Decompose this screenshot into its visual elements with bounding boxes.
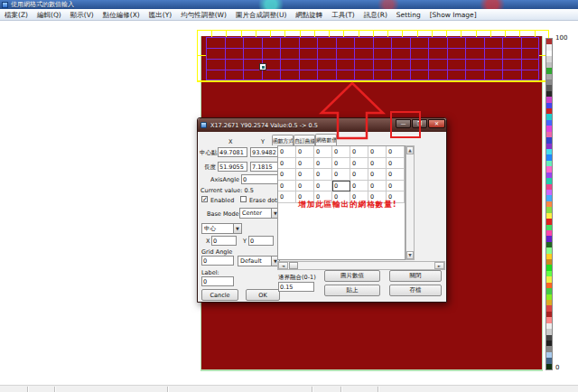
selected-grid-cell-marker[interactable] <box>259 63 266 70</box>
minimize-button[interactable]: — <box>396 119 411 128</box>
table-cell[interactable]: 0 <box>387 146 405 158</box>
table-cell[interactable]: 0 <box>332 146 350 158</box>
color-scale-bar <box>545 38 553 370</box>
menu-item-4[interactable]: 匯出(Y) <box>144 9 176 21</box>
table-cell[interactable]: 0 <box>314 169 332 181</box>
erase-dots-checkbox[interactable] <box>240 196 247 202</box>
table-cell[interactable]: 0 <box>368 146 387 158</box>
grid-angle-mode-select[interactable]: Default ▼ <box>238 256 280 266</box>
scrollbar-thumb[interactable] <box>289 262 298 269</box>
table-cell[interactable]: 0 <box>296 169 314 181</box>
palette-segment <box>546 364 552 369</box>
table-row: 0000000 <box>278 181 405 192</box>
current-value-text: Current value: 0.5 <box>200 187 254 194</box>
table-cell[interactable]: 0 <box>278 158 296 170</box>
table-cell[interactable]: 0 <box>332 158 350 170</box>
scroll-up-icon[interactable]: ▲ <box>406 146 414 154</box>
offset-y-label: Y <box>243 238 247 245</box>
offset-y-input[interactable] <box>248 236 274 246</box>
table-cell[interactable]: 0 <box>296 158 314 170</box>
statusbar-divider <box>27 387 28 392</box>
center-label: 中心點 <box>200 149 218 157</box>
grid-angle-mode-value: Default <box>240 257 262 265</box>
grid-angle-input[interactable] <box>201 256 234 266</box>
application-window: 使用網格式的數值輸入 檔案(Z)編輯(Q)顯示(V)點位編修(X)匯出(Y)均勻… <box>0 0 578 392</box>
menu-item-10[interactable]: Setting <box>392 9 425 21</box>
save-button[interactable]: 存檔 <box>389 285 442 296</box>
blend-input[interactable] <box>278 282 314 292</box>
close-dialog-button[interactable]: 關閉 <box>389 270 442 282</box>
axis-angle-input[interactable] <box>241 174 280 184</box>
table-cell[interactable]: 0 <box>350 169 368 181</box>
menu-item-11[interactable]: [Show Image] <box>425 9 481 21</box>
maximize-button[interactable]: ❐ <box>412 119 427 128</box>
menu-bar: 檔案(Z)編輯(Q)顯示(V)點位編修(X)匯出(Y)均勻性調整(W)圖片合成調… <box>0 9 578 21</box>
table-cell[interactable]: 0 <box>278 146 296 158</box>
table-cell[interactable]: 0 <box>278 169 296 181</box>
label-input[interactable] <box>201 276 234 286</box>
table-cell[interactable]: 0 <box>314 181 332 192</box>
table-vertical-scrollbar[interactable]: ▲ ▼ <box>406 145 415 260</box>
table-cell[interactable]: 0 <box>387 158 405 170</box>
center-x-input[interactable] <box>218 147 247 157</box>
table-cell[interactable]: 0 <box>368 158 387 170</box>
menu-item-7[interactable]: 網點旋轉 <box>291 9 327 21</box>
scroll-down-icon[interactable]: ▼ <box>406 251 414 259</box>
scroll-left-icon[interactable]: ◄ <box>278 262 288 269</box>
dialog-icon <box>200 122 207 128</box>
base-mode-select[interactable]: Center ▼ <box>239 208 280 219</box>
menu-item-8[interactable]: 工具(T) <box>327 9 359 21</box>
close-button[interactable]: ✕ <box>428 119 445 128</box>
enabled-checkbox[interactable]: ✓ <box>201 196 208 202</box>
anchor-value: 中心 <box>204 225 216 232</box>
paste-button[interactable]: 貼上 <box>324 285 380 296</box>
menu-item-5[interactable]: 均勻性調整(W) <box>176 9 231 21</box>
anchor-select[interactable]: 中心 ▼ <box>201 223 242 234</box>
table-cell[interactable]: 0 <box>296 146 314 158</box>
table-cell[interactable]: 0 <box>278 181 296 192</box>
table-cell[interactable]: 0 <box>296 181 314 192</box>
table-cell[interactable]: 0 <box>350 158 368 170</box>
center-y-input[interactable] <box>250 147 280 157</box>
offset-x-label: X <box>206 238 210 245</box>
table-cell[interactable]: 0 <box>368 181 387 192</box>
ok-button[interactable]: OK <box>246 289 280 301</box>
column-header-x: X <box>228 138 232 145</box>
table-cell[interactable]: 0 <box>387 169 405 181</box>
tab-1[interactable]: 自訂曲線 <box>294 135 315 145</box>
menu-item-2[interactable]: 顯示(V) <box>66 9 98 21</box>
table-cell-selected[interactable]: 0 <box>332 181 350 192</box>
chevron-down-icon[interactable]: ▼ <box>233 224 241 233</box>
length-x-input[interactable] <box>218 162 247 172</box>
purple-value-grid[interactable] <box>206 37 539 80</box>
base-mode-value: Center <box>242 210 262 217</box>
scroll-right-icon[interactable]: ► <box>434 262 444 269</box>
table-cell[interactable]: 0 <box>314 158 332 170</box>
length-y-input[interactable] <box>250 162 280 172</box>
table-horizontal-scrollbar[interactable]: ◄ ► <box>277 261 445 270</box>
read-image-values-button[interactable]: 圖片數值 <box>324 270 380 282</box>
grid-angle-label: Grid Angle <box>201 248 232 256</box>
grid-value-dialog: X17.2671 Y90.2574 Value:0.5 -> 0.5 — ❐ ✕… <box>197 117 447 303</box>
scale-max-label: 100 <box>555 34 567 42</box>
table-cell[interactable]: 0 <box>350 146 368 158</box>
table-cell[interactable]: 0 <box>387 181 405 192</box>
menu-item-6[interactable]: 圖片合成調整(U) <box>231 9 291 21</box>
app-icon <box>2 2 8 8</box>
erase-dots-label: Erase dots <box>249 197 280 204</box>
table-cell[interactable]: 0 <box>350 181 368 192</box>
menu-item-1[interactable]: 編輯(Q) <box>33 9 66 21</box>
status-bar <box>0 385 578 392</box>
tab-2[interactable]: 網格數值 <box>315 134 337 145</box>
menu-item-0[interactable]: 檔案(Z) <box>0 9 33 21</box>
menu-item-9[interactable]: 訊息(R) <box>359 9 392 21</box>
statusbar-divider <box>167 387 168 392</box>
table-cell[interactable]: 0 <box>314 146 332 158</box>
menu-item-3[interactable]: 點位編修(X) <box>98 9 144 21</box>
offset-x-input[interactable] <box>211 236 237 246</box>
cancel-button[interactable]: Cancle <box>201 289 238 301</box>
table-cell[interactable]: 0 <box>368 169 387 181</box>
tab-0[interactable]: 函數方式 <box>272 135 294 145</box>
table-cell[interactable]: 0 <box>332 169 350 181</box>
axis-angle-label: AxisAngle <box>210 176 239 183</box>
